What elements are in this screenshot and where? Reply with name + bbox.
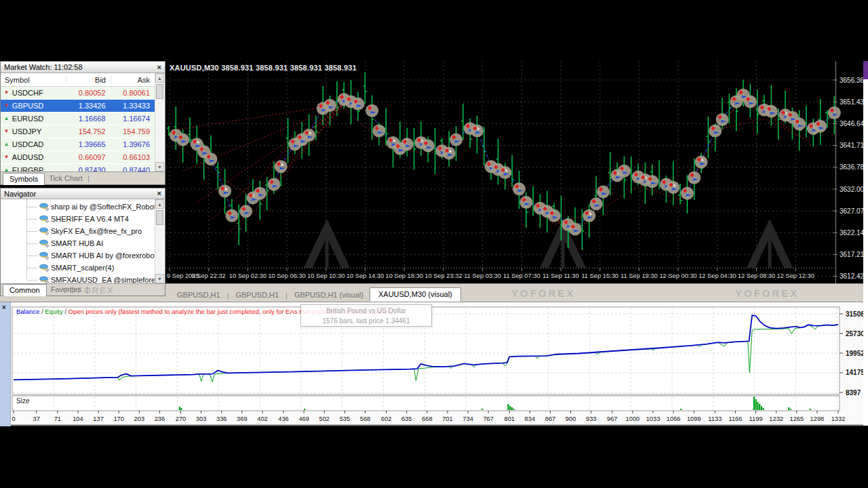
market-watch-row-eurusd[interactable]: ▲EURUSD1.166681.16674 <box>1 113 155 125</box>
scroll-down-icon[interactable]: ▼ <box>155 162 164 171</box>
navigator-item-label: SMFXAUUSD_EA @simpleforex <box>51 276 155 283</box>
svg-text:3632.000: 3632.000 <box>840 186 863 193</box>
navigator-tabs: YOFOREX CommonFavorites| <box>1 283 165 296</box>
chart-tab-xauusd-m30-visual-[interactable]: XAUUSD,M30 (visual) <box>370 287 461 302</box>
scroll-up-icon[interactable]: ▲ <box>155 199 164 209</box>
chart-tab-gbpusd-h1-visual-[interactable]: GBPUSD,H1 (visual) <box>288 289 370 302</box>
tooltip-symbol-description: British Pound vs US Dollar <box>301 306 431 316</box>
scroll-up-icon[interactable]: ▲ <box>155 73 164 83</box>
market-watch-row-gbpusd[interactable]: ▼GBPUSD1.334261.33433 <box>1 100 155 113</box>
ask-value: 1.33433 <box>111 102 155 110</box>
svg-text:170: 170 <box>113 415 124 422</box>
market-watch-row-usdchf[interactable]: ▼USDCHF0.800520.80061 <box>1 87 155 100</box>
svg-text:25730: 25730 <box>846 330 863 338</box>
svg-text:3627.070: 3627.070 <box>840 207 863 215</box>
bid-value: 0.87430 <box>66 166 110 171</box>
price-down-icon: ▼ <box>1 129 12 134</box>
symbol-label: GBPUSD <box>12 102 66 110</box>
tree-connector <box>27 231 37 232</box>
navigator-item[interactable]: SHERIFF EA V6.4 MT4 <box>1 213 155 225</box>
letterbox-top <box>0 0 868 61</box>
scroll-track[interactable] <box>155 209 164 274</box>
chart-tab-gbpusd-h1[interactable]: GBPUSD,H1 <box>171 289 226 302</box>
size-panel-label: Size <box>16 397 29 405</box>
price-up-icon: ▲ <box>1 142 12 147</box>
column-bid[interactable]: Bid <box>66 76 111 84</box>
market-watch-tab-tick-chart[interactable]: Tick Chart <box>45 173 87 184</box>
svg-text:369: 369 <box>237 415 248 422</box>
window-scrollbar-track[interactable] <box>863 61 868 426</box>
chart-tab-gbpusd-h1[interactable]: GBPUSD,H1 <box>229 289 285 302</box>
svg-text:900: 900 <box>566 415 576 422</box>
scroll-thumb[interactable] <box>156 84 163 99</box>
column-ask[interactable]: Ask <box>111 76 155 84</box>
price-chart-canvas[interactable]: 3656.3603651.4303646.6453641.7153636.785… <box>166 61 863 283</box>
svg-text:1000: 1000 <box>626 415 640 422</box>
close-icon[interactable]: × <box>2 304 6 311</box>
price-down-icon: ▼ <box>1 103 12 108</box>
svg-text:0: 0 <box>12 415 15 422</box>
navigator-item[interactable]: SMART_scalper(4) <box>1 262 155 274</box>
svg-text:1232: 1232 <box>769 415 783 422</box>
svg-text:236: 236 <box>155 415 165 422</box>
chart-tabs: GBPUSD,H1|GBPUSD,H1|GBPUSD,H1 (visual)XA… <box>171 286 461 302</box>
scroll-down-icon[interactable]: ▼ <box>155 274 164 283</box>
svg-text:12 Sep 12:30: 12 Sep 12:30 <box>777 272 814 279</box>
svg-text:1099: 1099 <box>687 415 701 422</box>
svg-text:336: 336 <box>216 415 227 422</box>
scroll-thumb[interactable] <box>156 210 163 225</box>
navigator-item[interactable]: SkyFX EA_fix@free_fx_pro <box>1 225 155 237</box>
navigator-tab-common[interactable]: Common <box>3 284 47 296</box>
svg-text:602: 602 <box>381 415 392 422</box>
navigator-item[interactable]: SMART HUB AI <box>1 237 155 249</box>
svg-text:12 Sep 00:30: 12 Sep 00:30 <box>659 272 696 279</box>
tester-panel: 3150825730199521417583970377110413717020… <box>0 302 863 426</box>
market-watch-scrollbar[interactable]: ▲ ▼ <box>155 73 164 171</box>
navigator-item-label: SMART HUB AI <box>51 239 103 247</box>
letterbox-bottom <box>0 426 868 488</box>
price-down-icon: ▼ <box>1 155 12 160</box>
close-icon[interactable]: × <box>157 190 161 197</box>
svg-text:734: 734 <box>462 415 473 422</box>
window-edge-accent <box>863 61 868 79</box>
bid-value: 154.752 <box>66 127 110 136</box>
ask-value: 0.66103 <box>111 153 155 161</box>
market-watch-titlebar[interactable]: Market Watch: 11:02:58 × <box>1 62 165 73</box>
close-icon[interactable]: × <box>157 64 161 71</box>
svg-text:834: 834 <box>525 415 536 422</box>
column-symbol[interactable]: Symbol <box>1 76 66 84</box>
expert-advisor-icon <box>39 251 51 260</box>
svg-text:3641.715: 3641.715 <box>840 142 863 149</box>
svg-text:11 Sep 03:30: 11 Sep 03:30 <box>464 272 501 279</box>
expert-advisor-icon <box>39 203 51 211</box>
market-watch-tab-symbols[interactable]: Symbols <box>3 173 45 185</box>
navigator-scrollbar[interactable]: ▲ ▼ <box>155 199 164 283</box>
symbol-label: USDCAD <box>12 140 66 148</box>
market-watch-row-usdcad[interactable]: ▲USDCAD1.396651.39676 <box>1 138 155 151</box>
svg-text:8397: 8397 <box>846 389 861 396</box>
tester-panel-handle[interactable]: × <box>0 302 11 426</box>
svg-text:10 Sep 23:32: 10 Sep 23:32 <box>425 272 462 279</box>
svg-text:635: 635 <box>401 415 412 422</box>
svg-text:1199: 1199 <box>749 415 763 422</box>
market-watch-row-usdjpy[interactable]: ▼USDJPY154.752154.759 <box>1 125 155 138</box>
tree-connector <box>27 268 37 268</box>
svg-text:767: 767 <box>483 415 494 422</box>
svg-text:3651.430: 3651.430 <box>840 98 863 106</box>
market-watch-row-audusd[interactable]: ▼AUDUSD0.660970.66103 <box>1 151 155 164</box>
svg-text:303: 303 <box>196 415 207 422</box>
svg-text:11 Sep 07:30: 11 Sep 07:30 <box>503 272 540 279</box>
tester-x-axis: 0377110413717020323627030333636940243646… <box>12 411 845 422</box>
svg-text:12 Sep 08:30: 12 Sep 08:30 <box>738 272 775 279</box>
svg-text:3656.360: 3656.360 <box>840 77 863 84</box>
svg-text:535: 535 <box>340 415 351 422</box>
market-watch-header: Symbol Bid Ask <box>1 73 155 87</box>
scroll-track[interactable] <box>155 83 164 162</box>
navigator-titlebar[interactable]: Navigator × <box>1 188 165 199</box>
navigator-item[interactable]: SMART HUB AI by @forexrobot <box>1 249 155 262</box>
navigator-item[interactable]: SMFXAUUSD_EA @simpleforex <box>1 274 155 283</box>
symbol-label: EURUSD <box>12 115 66 123</box>
expert-advisor-icon <box>39 264 51 272</box>
market-watch-row-eurgbp[interactable]: ▲EURGBP0.874300.87440 <box>1 164 155 171</box>
navigator-item[interactable]: sharp ai by @SoftechFX_Robot <box>1 201 155 213</box>
